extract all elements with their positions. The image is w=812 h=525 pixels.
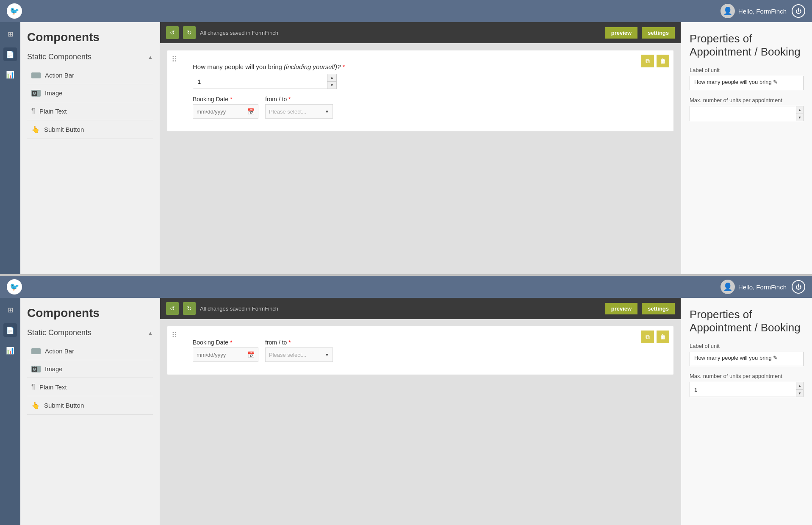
submit-icon-1: 👆 [31, 125, 40, 133]
drag-handle-2[interactable]: ⠿ [172, 331, 177, 340]
form-content-2: Booking Date * 📅 from / to * [176, 335, 665, 366]
main-canvas-2: ↺ ↻ All changes saved in FormFinch previ… [160, 298, 681, 525]
canvas-toolbar-2: ↺ ↻ All changes saved in FormFinch previ… [160, 298, 681, 319]
username-1: Hello, FormFinch [738, 8, 787, 15]
unit-label-1: How many people will you bring (includin… [193, 63, 648, 70]
delete-button-1[interactable]: 🗑 [657, 55, 669, 67]
collapse-arrow-1[interactable]: ▲ [148, 54, 153, 60]
top-nav-bar-2: 🐦 👤 Hello, FormFinch ⏻ [0, 276, 812, 298]
date-row-1: Booking Date * 📅 from / to * [193, 96, 648, 119]
delete-button-2[interactable]: 🗑 [657, 331, 669, 343]
time-required-1: * [288, 96, 291, 103]
properties-title-1: Properties of Appointment / Booking [690, 32, 804, 58]
copy-button-1[interactable]: ⧉ [641, 55, 654, 67]
save-status-2: All changes saved in FormFinch [200, 306, 601, 312]
number-spinners-1: ▲ ▼ [327, 74, 336, 89]
sidebar-item-image-1[interactable]: 🖼 Image [27, 84, 153, 102]
form-card-2: ⠿ ⧉ 🗑 Booking Date * 📅 [167, 326, 674, 375]
user-info-2: 👤 Hello, FormFinch [721, 280, 787, 294]
label-of-unit-value-2: How many people will you bring ✎ [690, 352, 804, 366]
sidebar-item-action-bar-2[interactable]: Action Bar [27, 342, 153, 360]
time-group-2: from / to * Please select... ▼ [265, 339, 333, 362]
date-required-2: * [230, 339, 232, 346]
max-units-input-1[interactable] [690, 108, 796, 119]
user-info-1: 👤 Hello, FormFinch [721, 4, 787, 18]
nav-chart-2[interactable]: 📊 [3, 344, 17, 357]
date-input-2[interactable] [193, 352, 244, 358]
calendar-icon-1: 📅 [244, 108, 258, 115]
collapse-arrow-2[interactable]: ▲ [148, 330, 153, 336]
sidebar-item-plain-text-1[interactable]: ¶ Plain Text [27, 102, 153, 120]
nav-page-1[interactable]: 📄 [3, 47, 17, 61]
sidebar-item-submit-1[interactable]: 👆 Submit Button [27, 120, 153, 139]
sidebar-item-submit-2[interactable]: 👆 Submit Button [27, 396, 153, 415]
prop-spinner-down-1[interactable]: ▼ [796, 114, 803, 121]
nav-chart-1[interactable]: 📊 [3, 68, 17, 81]
preview-button-1[interactable]: preview [605, 27, 637, 39]
submit-icon-2: 👆 [31, 401, 40, 409]
spinner-down-1[interactable]: ▼ [327, 82, 336, 89]
sidebar-section-header-2: Static Components ▲ [27, 328, 153, 337]
action-bar-label-1: Action Bar [45, 72, 74, 79]
prop-spinner-up-1[interactable]: ▲ [796, 106, 803, 114]
power-button-1[interactable]: ⏻ [792, 4, 805, 18]
sidebar-title-1: Components [27, 31, 153, 44]
time-select-arrow-1: ▼ [325, 109, 329, 114]
app-layout-1: ⊞ 📄 📊 Components Static Components ▲ Act… [0, 22, 812, 274]
prop-spinners-2: ▲ ▼ [796, 382, 803, 397]
number-input-wrap-1: ▲ ▼ [193, 74, 337, 89]
image-icon-2: 🖼 [31, 366, 41, 372]
date-input-wrap-2: 📅 [193, 347, 258, 362]
from-to-label-2: from / to * [265, 339, 333, 346]
properties-title-2: Properties of Appointment / Booking [690, 308, 804, 334]
nav-page-2[interactable]: 📄 [3, 323, 17, 337]
undo-button-2[interactable]: ↺ [166, 302, 179, 315]
form-content-1: How many people will you bring (includin… [176, 59, 665, 123]
sidebar-item-action-bar-1[interactable]: Action Bar [27, 67, 153, 84]
max-units-label-2: Max. number of units per appointment [690, 373, 804, 379]
action-bar-icon-1 [31, 72, 41, 78]
power-button-2[interactable]: ⏻ [792, 280, 805, 294]
drag-handle-1[interactable]: ⠿ [172, 55, 177, 64]
preview-button-2[interactable]: preview [605, 303, 637, 314]
plain-text-label-1: Plain Text [39, 108, 67, 115]
spinner-up-1[interactable]: ▲ [327, 74, 336, 82]
label-of-unit-label-1: Label of unit [690, 67, 804, 73]
time-select-2[interactable]: Please select... ▼ [265, 347, 333, 362]
app-logo-1: 🐦 [7, 3, 22, 19]
label-of-unit-label-2: Label of unit [690, 343, 804, 349]
copy-button-2[interactable]: ⧉ [641, 331, 654, 343]
label-of-unit-value-1: How many people will you bring ✎ [690, 76, 804, 90]
prop-spinner-up-2[interactable]: ▲ [796, 382, 803, 390]
redo-button-1[interactable]: ↻ [183, 26, 196, 39]
nav-grid-1[interactable]: ⊞ [3, 27, 17, 41]
prop-spinner-down-2[interactable]: ▼ [796, 390, 803, 397]
number-input-row-1: ▲ ▼ [193, 74, 648, 89]
nav-grid-2[interactable]: ⊞ [3, 303, 17, 317]
date-input-1[interactable] [193, 108, 244, 115]
settings-button-1[interactable]: settings [642, 27, 675, 39]
action-bar-icon-2 [31, 348, 41, 354]
action-bar-label-2: Action Bar [45, 347, 74, 355]
sidebar-item-image-2[interactable]: 🖼 Image [27, 360, 153, 378]
sidebar-item-plain-text-2[interactable]: ¶ Plain Text [27, 378, 153, 396]
unit-number-input-1[interactable] [193, 78, 327, 85]
image-label-2: Image [45, 365, 63, 372]
max-units-input-2[interactable] [690, 384, 796, 395]
submit-label-2: Submit Button [44, 402, 84, 409]
form-card-actions-2: ⧉ 🗑 [641, 331, 669, 343]
canvas-body-1: ⠿ ⧉ 🗑 How many people will you bring (in… [160, 43, 681, 274]
time-select-placeholder-2: Please select... [269, 352, 321, 358]
redo-button-2[interactable]: ↻ [183, 302, 196, 315]
booking-date-label-2: Booking Date * [193, 339, 258, 346]
undo-button-1[interactable]: ↺ [166, 26, 179, 39]
form-card-actions-1: ⧉ 🗑 [641, 55, 669, 67]
settings-button-2[interactable]: settings [642, 303, 675, 314]
icon-nav-2: ⊞ 📄 📊 [0, 298, 20, 525]
time-select-1[interactable]: Please select... ▼ [265, 104, 333, 119]
top-nav-bar-1: 🐦 👤 Hello, FormFinch ⏻ [0, 0, 812, 22]
date-required-1: * [230, 96, 232, 103]
avatar-2: 👤 [721, 280, 735, 294]
sidebar-section-header-1: Static Components ▲ [27, 53, 153, 61]
top-nav-right-2: 👤 Hello, FormFinch ⏻ [721, 280, 805, 294]
